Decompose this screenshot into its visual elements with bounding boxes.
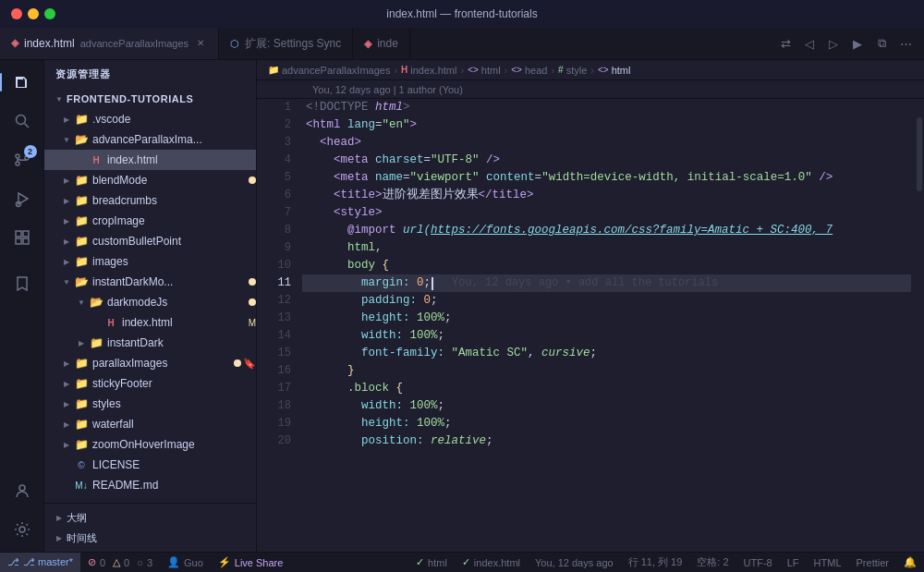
tab-settings-sync[interactable]: ⬡ 扩展: Settings Sync (219, 28, 353, 59)
author-status[interactable]: 👤 Guo (160, 553, 211, 573)
more-actions-button[interactable]: ⋯ (894, 32, 917, 55)
breadcrumb-item-3[interactable]: <> html (468, 65, 500, 76)
activity-bookmarks[interactable] (4, 265, 41, 302)
cursor-blame-status[interactable]: You, 12 days ago (528, 553, 621, 573)
sidebar-item-cropimage[interactable]: ▶ 📁 cropImage (44, 211, 256, 231)
item-label: advanceParallaxIma... (92, 133, 256, 146)
errors-status[interactable]: ⊘ 0 △ 0 ○ 3 (80, 553, 160, 573)
sidebar-item-styles[interactable]: ▶ 📁 styles (44, 394, 256, 414)
sidebar-item-breadcrumbs[interactable]: ▶ 📁 breadcrumbs (44, 190, 256, 211)
sidebar-item-stickyfooter[interactable]: ▶ 📁 stickyFooter (44, 373, 256, 394)
line-num-15: 15 (264, 345, 291, 362)
liveshare-status[interactable]: ⚡ Live Share (211, 553, 291, 573)
cursor-position-status[interactable]: 行 11, 列 19 (621, 553, 690, 573)
sidebar-item-images[interactable]: ▶ 📁 images (44, 251, 256, 272)
root-label: FRONTEND-TUTORIALS (67, 93, 256, 104)
formatter-status[interactable]: Prettier (849, 553, 896, 573)
eol-status[interactable]: LF (780, 553, 807, 573)
breadcrumb-item-5[interactable]: # style (558, 65, 587, 76)
modified-badge (249, 298, 256, 306)
sidebar-item-readme[interactable]: ▶ M↓ README.md (44, 475, 256, 495)
run-debug-icon (13, 189, 31, 208)
arrow-icon: ▶ (52, 510, 67, 525)
sidebar-timeline[interactable]: ▶ 时间线 (44, 528, 256, 548)
content-area: 2 (0, 60, 924, 552)
breadcrumb-item-1[interactable]: 📁 advanceParallaxImages (268, 65, 390, 76)
activity-run[interactable] (4, 180, 41, 217)
sidebar-outline[interactable]: ▶ 大纲 (44, 507, 256, 528)
code-content[interactable]: <!DOCTYPE html> <html lang="en"> <head> … (298, 99, 915, 552)
nav-forward-button[interactable]: ▷ (822, 32, 845, 55)
breadcrumb-sep: › (505, 65, 508, 76)
sidebar-item-blendmode[interactable]: ▶ 📁 blendMode (44, 170, 256, 190)
sidebar-item-vscode[interactable]: ▶ 📁 .vscode (44, 109, 256, 129)
git-branch-label: ⎇ master* (23, 556, 73, 568)
sidebar-item-custombullet[interactable]: ▶ 📁 customBulletPoint (44, 231, 256, 251)
line-num-8: 8 (264, 222, 291, 239)
sidebar-item-license[interactable]: ▶ © LICENSE (44, 455, 256, 475)
editor-area: 📁 advanceParallaxImages › H index.html ›… (257, 60, 924, 552)
sidebar: 资源管理器 ▼ FRONTEND-TUTORIALS ▶ 📁 .vscode ▼… (44, 60, 257, 552)
breadcrumb-item-6[interactable]: <> html (598, 65, 630, 76)
run-button[interactable]: ▶ (846, 32, 869, 55)
git-branch-status[interactable]: ⎇ ⎇ master* (0, 553, 80, 573)
activity-explorer[interactable] (4, 64, 41, 101)
breadcrumb-sep: › (551, 65, 554, 76)
split-layout-button[interactable]: ⧉ (870, 32, 893, 55)
folder-crumb-icon: 📁 (268, 65, 279, 75)
spaces-label: 空格: 2 (697, 555, 728, 569)
breadcrumb-item-2[interactable]: H index.html (401, 65, 456, 76)
tab-index2[interactable]: ◈ inde (353, 28, 410, 59)
activity-git[interactable]: 2 (4, 141, 41, 178)
sidebar-item-index-html[interactable]: ▶ H index.html (44, 150, 256, 170)
line-num-19: 19 (264, 415, 291, 432)
activity-extensions[interactable] (4, 219, 41, 256)
code-line-3: <head> (302, 134, 911, 152)
activity-accounts[interactable] (4, 472, 41, 509)
tab-label: index.html (24, 37, 75, 50)
outline-label: 大纲 (67, 511, 87, 525)
author-icon: 👤 (167, 556, 180, 568)
sidebar-header-label: 资源管理器 (55, 68, 110, 79)
sidebar-item-zoomonhover[interactable]: ▶ 📁 zoomOnHoverImage (44, 434, 256, 455)
minimize-button[interactable] (28, 8, 39, 19)
close-button[interactable] (11, 8, 22, 19)
sidebar-item-waterfall[interactable]: ▶ 📁 waterfall (44, 414, 256, 434)
line-num-20: 20 (264, 432, 291, 450)
line-num-12: 12 (264, 292, 291, 310)
lang-check-status[interactable]: ✓ html (408, 553, 455, 573)
sidebar-root[interactable]: ▼ FRONTEND-TUTORIALS (44, 89, 256, 109)
sidebar-item-parallaxImages[interactable]: ▶ 📁 parallaxImages 🔖 (44, 353, 256, 373)
breadcrumb-item-4[interactable]: <> head (511, 65, 547, 76)
editor-scrollbar[interactable] (915, 99, 924, 552)
sidebar-item-advance-parallax[interactable]: ▼ 📂 advanceParallaxIma... (44, 129, 256, 150)
maximize-button[interactable] (44, 8, 55, 19)
file-status[interactable]: ✓ index.html (455, 553, 528, 573)
sidebar-item-index-html-2[interactable]: ▶ H index.html M (44, 312, 256, 333)
activity-search[interactable] (4, 103, 41, 140)
scroll-thumb[interactable] (917, 117, 922, 191)
encoding-status[interactable]: UTF-8 (736, 553, 780, 573)
spaces-status[interactable]: 空格: 2 (689, 553, 736, 573)
feedback-button[interactable]: 🔔 (896, 553, 924, 573)
nav-back-button[interactable]: ◁ (798, 32, 821, 55)
activity-settings[interactable] (4, 511, 41, 548)
folder-icon: 📁 (74, 396, 89, 411)
line-num-3: 3 (264, 134, 291, 152)
language-status[interactable]: HTML (807, 553, 849, 573)
tab-close-button[interactable]: ✕ (194, 37, 207, 50)
tab-index-html[interactable]: ◈ index.html advanceParallaxImages ✕ (0, 28, 219, 59)
arrow-icon: ▶ (59, 356, 74, 371)
folder-icon: 📁 (74, 234, 89, 249)
code-editor[interactable]: 1 2 3 4 5 6 7 8 9 10 11 12 13 14 15 16 1 (257, 99, 924, 552)
split-editor-button[interactable]: ⇄ (774, 32, 796, 55)
line-num-5: 5 (264, 169, 291, 187)
html-icon: ◈ (364, 38, 371, 50)
sidebar-item-darkmodejs[interactable]: ▼ 📂 darkmodeJs (44, 292, 256, 312)
code-line-2: <html lang="en"> (302, 116, 911, 134)
arrow-icon: ▶ (59, 112, 74, 127)
sidebar-item-instantdarkmo[interactable]: ▼ 📂 instantDarkMo... (44, 272, 256, 292)
sidebar-item-instantdark[interactable]: ▶ 📁 instantDark (44, 333, 256, 353)
html-file-icon: H (89, 152, 103, 167)
item-label: breadcrumbs (92, 194, 256, 207)
